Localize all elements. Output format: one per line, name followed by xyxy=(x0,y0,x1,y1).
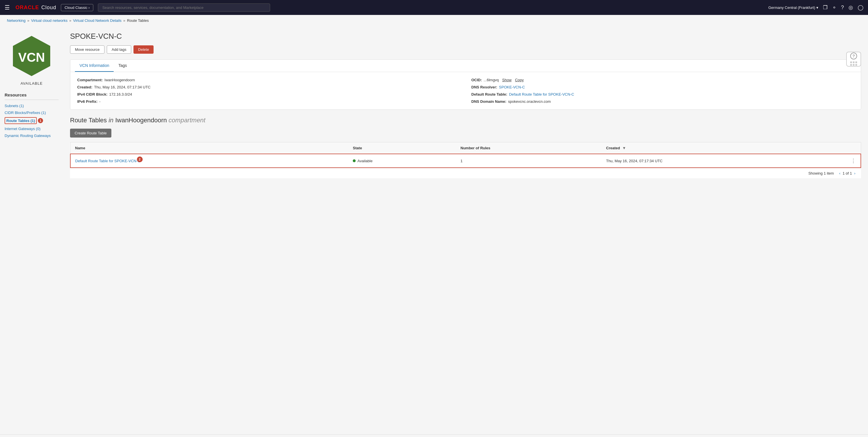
bell-icon[interactable]: ⚬ xyxy=(832,4,836,11)
add-tags-button[interactable]: Add tags xyxy=(107,45,131,54)
route-tables-badge: 1 xyxy=(38,118,43,123)
ipv4-label: IPv4 CIDR Block: xyxy=(77,92,107,96)
topbar: ☰ ORACLE Cloud Cloud Classic › Germany C… xyxy=(0,0,868,15)
create-route-table-button[interactable]: Create Route Table xyxy=(70,129,112,137)
dns-domain-label: DNS Domain Name: xyxy=(471,99,506,104)
pagination-next[interactable]: › xyxy=(854,171,856,176)
topbar-icons: ❐ ⚬ ? ◎ ◯ xyxy=(823,4,863,11)
col-rules: Number of Rules xyxy=(456,143,601,154)
delete-button[interactable]: Delete xyxy=(133,45,154,54)
ocid-copy-link[interactable]: Copy xyxy=(515,78,524,82)
search-input[interactable] xyxy=(98,3,270,12)
ocid-row: OCID: ...6lmgvq Show Copy xyxy=(471,78,854,82)
sort-desc-icon: ▼ xyxy=(622,146,626,150)
cidr-link[interactable]: CIDR Blocks/Prefixes (1) xyxy=(5,111,46,115)
internet-gateways-link[interactable]: Internet Gateways (0) xyxy=(5,127,40,131)
dynamic-routing-link[interactable]: Dynamic Routing Gateways xyxy=(5,133,51,138)
default-route-table-link[interactable]: Default Route Table for SPOKE-VCN-C xyxy=(509,92,574,96)
sidebar-item-cidr[interactable]: CIDR Blocks/Prefixes (1) xyxy=(5,110,59,115)
col-created-sort[interactable]: Created ▼ xyxy=(606,146,842,150)
globe-icon[interactable]: ◎ xyxy=(848,4,853,11)
help-dots xyxy=(850,61,857,66)
breadcrumb-vcn-details[interactable]: Virtual Cloud Network Details xyxy=(73,19,121,23)
breadcrumb: Networking » Virtual cloud networks » Vi… xyxy=(0,15,868,26)
col-created-label: Created xyxy=(606,146,620,150)
breadcrumb-networking[interactable]: Networking xyxy=(7,19,26,23)
topbar-right: Germany Central (Frankfurt) ▾ ❐ ⚬ ? ◎ ◯ xyxy=(768,4,863,11)
cloud-classic-button[interactable]: Cloud Classic › xyxy=(61,4,93,11)
route-tables-section: Route Tables in IwanHoogendoorn compartm… xyxy=(70,117,861,178)
col-rules-label: Number of Rules xyxy=(460,146,490,150)
col-name: Name xyxy=(70,143,348,154)
ipv6-label: IPv6 Prefix: xyxy=(77,99,98,104)
compartment-value: IwanHoogendoorn xyxy=(104,78,135,82)
breadcrumb-sep-1: » xyxy=(27,19,29,23)
dns-resolver-link[interactable]: SPOKE-VCN-C xyxy=(499,85,525,89)
hamburger-icon[interactable]: ☰ xyxy=(5,4,10,11)
user-icon[interactable]: ◯ xyxy=(858,4,863,11)
compartment-label: Compartment: xyxy=(77,78,103,82)
route-table-item-container: Route Tables (1) 1 xyxy=(5,117,59,124)
created-value: Thu, May 16, 2024, 07:17:34 UTC xyxy=(606,159,663,163)
ipv4-value: 172.16.3.0/24 xyxy=(109,92,132,96)
route-tables-compartment-name: IwanHoogendoorn xyxy=(115,117,167,124)
help-dot-6 xyxy=(856,64,857,66)
ocid-show-link[interactable]: Show xyxy=(502,78,512,82)
default-route-table-row: Default Route Table: Default Route Table… xyxy=(471,92,854,96)
route-tables-table: Name State Number of Rules Created ▼ xyxy=(70,142,861,168)
route-tables-title-italic: in xyxy=(108,117,113,124)
help-dot-1 xyxy=(850,61,852,63)
ocid-label: OCID: xyxy=(471,78,482,82)
row-kebab-cell[interactable]: ⋮ xyxy=(846,154,861,168)
ipv4-row: IPv4 CIDR Block: 172.16.3.0/24 xyxy=(77,92,460,96)
help-dot-2 xyxy=(853,61,855,63)
table-body: Default Route Table for SPOKE-VCN-C 2 Av… xyxy=(70,154,861,168)
region-selector[interactable]: Germany Central (Frankfurt) ▾ xyxy=(768,5,818,10)
sidebar-item-dynamic-routing[interactable]: Dynamic Routing Gateways xyxy=(5,133,59,138)
main-container: VCN AVAILABLE Resources Subnets (1) CIDR… xyxy=(0,26,868,434)
oracle-logo: ORACLE Cloud xyxy=(16,5,56,11)
sidebar-item-subnets[interactable]: Subnets (1) xyxy=(5,103,59,108)
route-tables-title: Route Tables in IwanHoogendoorn compartm… xyxy=(70,117,861,124)
code-icon[interactable]: ❐ xyxy=(823,4,828,11)
sidebar-item-route-tables[interactable]: Route Tables (1) 1 xyxy=(5,117,59,124)
tab-tags[interactable]: Tags xyxy=(114,60,131,72)
help-widget[interactable]: ? xyxy=(846,52,861,67)
region-label: Germany Central (Frankfurt) xyxy=(768,5,815,10)
subnets-link[interactable]: Subnets (1) xyxy=(5,104,24,108)
info-panel: VCN Information Tags Compartment: IwanHo… xyxy=(70,59,861,110)
ocid-value: ...6lmgvq xyxy=(484,78,499,82)
col-actions xyxy=(846,143,861,154)
col-created[interactable]: Created ▼ xyxy=(601,143,846,154)
col-state: State xyxy=(348,143,456,154)
info-content: Compartment: IwanHoogendoorn Created: Th… xyxy=(70,72,861,110)
dns-resolver-row: DNS Resolver: SPOKE-VCN-C xyxy=(471,85,854,89)
pagination-prev[interactable]: ‹ xyxy=(839,171,840,176)
help-dot-3 xyxy=(856,61,857,63)
rules-value: 1 xyxy=(460,159,462,163)
created-label: Created: xyxy=(77,85,92,89)
vcn-logo-container: VCN AVAILABLE xyxy=(5,33,59,86)
route-tables-compartment-suffix: compartment xyxy=(168,117,205,124)
row-name-cell: Default Route Table for SPOKE-VCN-C 2 xyxy=(70,154,348,168)
row-created-cell: Thu, May 16, 2024, 07:17:34 UTC xyxy=(601,154,846,168)
info-right-col: OCID: ...6lmgvq Show Copy DNS Resolver: … xyxy=(471,78,854,104)
sidebar: VCN AVAILABLE Resources Subnets (1) CIDR… xyxy=(0,26,63,434)
help-icon[interactable]: ? xyxy=(841,5,844,11)
move-resource-button[interactable]: Move resource xyxy=(70,45,104,54)
kebab-menu-icon[interactable]: ⋮ xyxy=(851,158,856,164)
sidebar-item-internet-gateways[interactable]: Internet Gateways (0) xyxy=(5,126,59,131)
vcn-title: SPOKE-VCN-C xyxy=(70,32,861,41)
row-name-container: Default Route Table for SPOKE-VCN-C 2 xyxy=(75,159,141,163)
vcn-status: AVAILABLE xyxy=(20,81,42,86)
info-grid: Compartment: IwanHoogendoorn Created: Th… xyxy=(77,78,854,104)
breadcrumb-vcn[interactable]: Virtual cloud networks xyxy=(31,19,67,23)
footer: Terms of Use and Privacy Cookie Preferen… xyxy=(0,434,868,437)
route-table-name-link[interactable]: Default Route Table for SPOKE-VCN-C xyxy=(75,159,141,163)
help-circle-icon: ? xyxy=(850,53,857,59)
route-tables-link[interactable]: Route Tables (1) xyxy=(6,119,35,123)
svg-text:VCN: VCN xyxy=(19,50,45,64)
help-dot-5 xyxy=(853,64,855,66)
state-value: Available xyxy=(358,159,373,163)
tab-vcn-information[interactable]: VCN Information xyxy=(75,60,114,72)
